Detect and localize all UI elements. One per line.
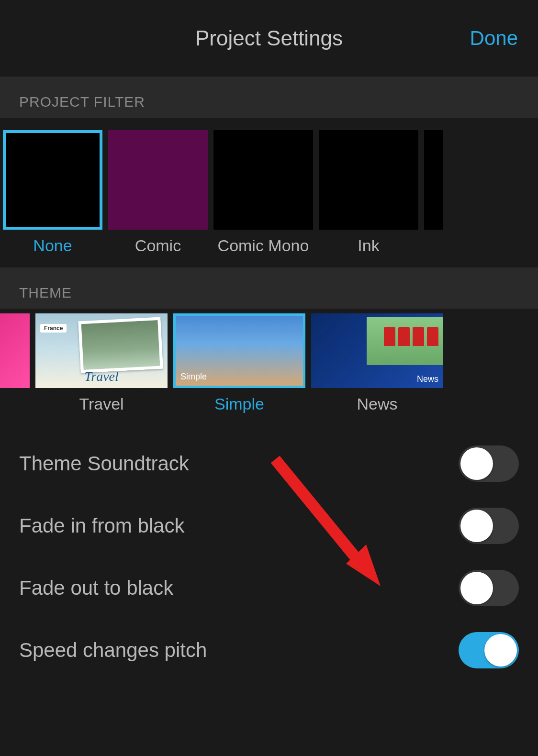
filter-row: None Comic Comic Mono Ink xyxy=(0,118,538,255)
toggle-theme-soundtrack[interactable] xyxy=(459,445,519,482)
theme-label: Simple xyxy=(214,395,264,413)
settings-label: Theme Soundtrack xyxy=(19,452,189,475)
filter-label: Comic Mono xyxy=(218,236,309,255)
filter-label: Ink xyxy=(358,236,379,255)
settings-label: Speed changes pitch xyxy=(19,639,207,662)
settings-label: Fade in from black xyxy=(19,514,184,537)
filter-thumbnail-comic[interactable] xyxy=(108,130,208,230)
filter-item-comic-mono: Comic Mono xyxy=(213,130,313,255)
theme-thumbnail-news[interactable]: News xyxy=(311,313,443,388)
settings-row-fade-out: Fade out to black xyxy=(19,557,519,619)
filter-item-ink: Ink xyxy=(319,130,418,255)
toggle-knob xyxy=(460,510,493,542)
news-figures xyxy=(384,327,438,346)
theme-thumbnail-simple[interactable]: Simple xyxy=(173,313,305,388)
travel-overlay-text: Travel xyxy=(84,369,119,384)
filter-item-next xyxy=(424,130,443,255)
page-title: Project Settings xyxy=(195,26,343,50)
filter-item-comic: Comic xyxy=(108,130,208,255)
header: Project Settings Done xyxy=(0,0,538,77)
filter-thumbnail-comic-mono[interactable] xyxy=(213,130,313,230)
settings-label: Fade out to black xyxy=(19,577,173,600)
filter-label: Comic xyxy=(135,236,181,255)
filter-item-none: None xyxy=(3,130,102,255)
news-inset-image xyxy=(367,317,443,365)
theme-item-travel: France Travel Travel xyxy=(35,313,168,413)
theme-item-news: News News xyxy=(311,313,443,413)
theme-label: News xyxy=(357,395,397,413)
theme-thumbnail-travel[interactable]: France Travel xyxy=(35,313,168,388)
theme-label: Travel xyxy=(79,395,123,413)
toggle-fade-out[interactable] xyxy=(459,570,519,606)
section-header-filter: PROJECT FILTER xyxy=(0,77,538,118)
news-overlay-text: News xyxy=(417,374,438,384)
settings-list: Theme Soundtrack Fade in from black Fade… xyxy=(0,413,538,681)
toggle-speed-pitch[interactable] xyxy=(459,632,519,668)
filter-section-title: PROJECT FILTER xyxy=(19,94,145,110)
done-button[interactable]: Done xyxy=(470,27,518,50)
theme-item-partial-prev xyxy=(0,313,30,413)
toggle-knob xyxy=(460,447,493,480)
theme-row: France Travel Travel Simple Simple News … xyxy=(0,309,538,413)
filter-thumbnail-partial[interactable] xyxy=(424,130,443,230)
theme-thumbnail-prev[interactable] xyxy=(0,313,30,388)
theme-item-simple: Simple Simple xyxy=(173,313,305,413)
section-header-theme: THEME xyxy=(0,267,538,309)
settings-row-speed-pitch: Speed changes pitch xyxy=(19,619,519,681)
toggle-fade-in[interactable] xyxy=(459,508,519,544)
settings-row-theme-soundtrack: Theme Soundtrack xyxy=(19,433,519,495)
settings-row-fade-in: Fade in from black xyxy=(19,495,519,557)
theme-section-title: THEME xyxy=(19,285,72,301)
filter-label: None xyxy=(33,236,72,255)
toggle-knob xyxy=(460,572,493,604)
simple-overlay-text: Simple xyxy=(180,372,207,382)
filter-thumbnail-none[interactable] xyxy=(3,130,102,230)
travel-badge: France xyxy=(40,324,67,333)
toggle-knob xyxy=(484,634,517,667)
filter-thumbnail-ink[interactable] xyxy=(319,130,418,230)
